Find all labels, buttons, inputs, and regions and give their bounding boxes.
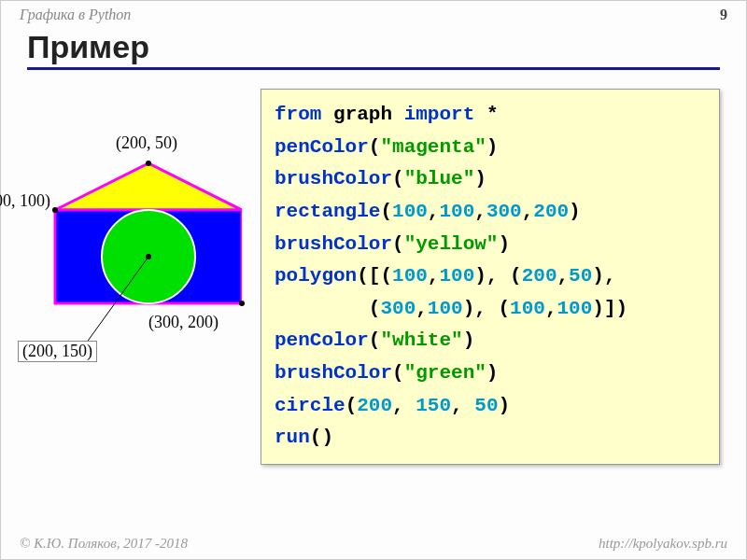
label-top: (200, 50)	[116, 133, 177, 153]
dot-icon	[146, 254, 151, 259]
footer-url: http://kpolyakov.spb.ru	[599, 536, 727, 552]
footer: © К.Ю. Поляков, 2017 -2018 http://kpolya…	[1, 536, 746, 552]
header-topic: Графика в Python	[20, 7, 131, 23]
footer-author: © К.Ю. Поляков, 2017 -2018	[20, 536, 188, 552]
code-line: run()	[275, 422, 706, 455]
code-line: brushColor("green")	[275, 357, 706, 390]
code-line: (300,100), (100,100)])	[275, 293, 706, 326]
code-line: rectangle(100,100,300,200)	[275, 196, 706, 229]
code-line: penColor("magenta")	[275, 132, 706, 164]
header: Графика в Python 9	[1, 1, 746, 25]
content: (200, 50) (100, 100) (300, 200) (200, 15…	[1, 70, 746, 483]
dot-icon	[146, 161, 151, 166]
code-line: brushColor("blue")	[275, 163, 706, 196]
slide-title: Пример	[27, 29, 720, 70]
label-circle: (200, 150)	[18, 341, 97, 362]
code-line: polygon([(100,100), (200,50),	[275, 260, 706, 293]
diagram-panel: (200, 50) (100, 100) (300, 200) (200, 15…	[27, 89, 261, 465]
dot-icon	[52, 207, 58, 213]
label-left: (100, 100)	[0, 191, 50, 211]
label-bottom-right: (300, 200)	[148, 313, 218, 332]
code-line: from graph import *	[275, 99, 706, 132]
code-line: penColor("white")	[275, 325, 706, 357]
house-diagram: (200, 50) (100, 100) (300, 200) (200, 15…	[27, 117, 242, 359]
page-number: 9	[720, 7, 727, 23]
code-block: from graph import * penColor("magenta") …	[261, 89, 720, 465]
code-line: circle(200, 150, 50)	[275, 390, 706, 423]
slide: Графика в Python 9 Пример (200, 50) (100…	[0, 0, 747, 560]
code-line: brushColor("yellow")	[275, 229, 706, 261]
roof-polygon	[55, 163, 242, 210]
dot-icon	[239, 301, 245, 306]
